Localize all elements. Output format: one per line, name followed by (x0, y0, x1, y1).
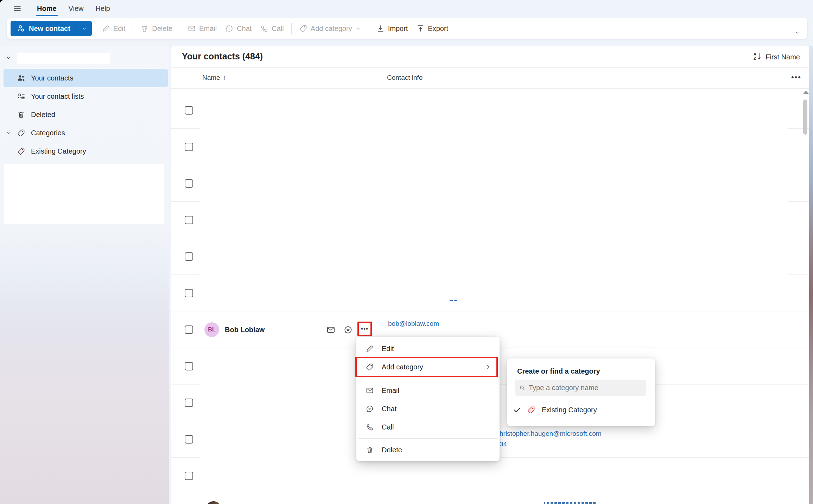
menu-item-label: Edit (382, 345, 394, 353)
people-icon (17, 74, 25, 82)
partial-email-link[interactable]: hristopher.haugen@microsoft.com (500, 430, 602, 438)
sidebar-item-label: Existing Category (31, 147, 86, 155)
category-flyout: Create or find a category Existing Categ… (507, 358, 655, 426)
flyout-title: Create or find a category (517, 367, 600, 375)
edit-button[interactable]: Edit (97, 21, 129, 36)
import-button[interactable]: Import (372, 21, 412, 36)
category-option-label: Existing Category (542, 406, 597, 414)
pencil-icon (366, 344, 374, 353)
sidebar-item-your-contact-lists[interactable]: Your contact lists (4, 87, 168, 105)
redaction-overlay (200, 348, 356, 493)
add-category-button[interactable]: Add category (295, 21, 366, 36)
chat-button[interactable]: Chat (221, 21, 256, 36)
row-checkbox[interactable] (185, 179, 193, 188)
column-options-more-icon[interactable]: ••• (791, 73, 801, 82)
sidebar-item-your-contacts[interactable]: Your contacts (4, 69, 168, 87)
row-checkbox[interactable] (185, 289, 193, 297)
row-checkbox[interactable] (185, 216, 193, 224)
menu-item-label: Email (382, 387, 399, 395)
row-chat-icon[interactable] (343, 324, 354, 335)
edit-button-label: Edit (113, 25, 125, 33)
chat-icon (366, 405, 374, 413)
new-contact-split-button: New contact (11, 21, 92, 36)
email-button[interactable]: Email (183, 21, 221, 36)
partial-phone-link[interactable]: 34 (500, 440, 507, 448)
sidebar-item-label: Your contact lists (31, 92, 84, 101)
call-button[interactable]: Call (256, 21, 288, 36)
new-contact-button[interactable]: New contact (11, 21, 77, 36)
sidebar-nav: Your contacts Your contact lists Deleted (0, 69, 169, 160)
contact-email-link[interactable]: bob@loblaw.com (388, 320, 439, 328)
menu-item-edit[interactable]: Edit (356, 340, 500, 358)
toolbar-overflow-chevron-icon[interactable] (794, 30, 800, 35)
chevron-down-icon[interactable] (6, 130, 12, 136)
toolbar-separator (180, 23, 180, 34)
sidebar-item-categories[interactable]: Categories (4, 124, 168, 142)
sort-button[interactable]: A Z First Name (753, 50, 800, 64)
row-checkbox[interactable] (185, 325, 193, 334)
import-icon (376, 24, 385, 33)
category-search-input[interactable] (529, 384, 642, 392)
envelope-icon (188, 24, 196, 33)
sidebar-item-existing-category[interactable]: Existing Category (4, 142, 168, 160)
toolbar: New contact Edit Delete Email Chat Ca (7, 18, 807, 39)
menu-item-email[interactable]: Email (356, 381, 500, 400)
avatar: BL (204, 322, 219, 337)
scrollbar-up-arrow-icon[interactable] (803, 91, 809, 94)
delete-button-label: Delete (152, 25, 172, 33)
new-contact-dropdown-button[interactable] (77, 21, 92, 36)
sidebar-item-label: Your contacts (31, 74, 73, 82)
call-button-label: Call (272, 25, 284, 33)
menu-item-delete[interactable]: Delete (356, 441, 500, 459)
contact-name[interactable]: Bob Loblaw (225, 311, 265, 348)
scrollbar-thumb[interactable] (803, 99, 807, 135)
svg-text:A: A (754, 52, 756, 56)
trash-icon (140, 24, 149, 33)
menu-item-label: Add category (382, 363, 423, 371)
sort-az-icon: A Z (753, 52, 762, 63)
chevron-down-icon[interactable] (6, 55, 12, 61)
svg-text:Z: Z (754, 56, 756, 60)
tab-help[interactable]: Help (90, 0, 116, 17)
tab-home-label: Home (37, 5, 57, 13)
category-option-existing-category[interactable]: Existing Category (507, 400, 655, 420)
chevron-down-icon (355, 26, 361, 32)
column-header-name[interactable]: Name ↑ (202, 74, 226, 82)
export-button[interactable]: Export (412, 21, 452, 36)
sidebar-item-deleted[interactable]: Deleted (4, 105, 168, 124)
hamburger-menu-icon[interactable] (11, 3, 24, 14)
page-title: Your contacts (484) (182, 51, 263, 62)
tab-home[interactable]: Home (31, 0, 63, 17)
tag-red-icon (17, 147, 25, 155)
checkmark-icon (513, 406, 521, 414)
category-search-box (515, 380, 646, 396)
row-checkbox[interactable] (185, 399, 193, 407)
sidebar-item-label: Deleted (31, 111, 55, 119)
menu-item-call[interactable]: Call (356, 418, 500, 436)
tab-view[interactable]: View (63, 0, 90, 17)
menu-item-chat[interactable]: Chat (356, 400, 500, 418)
redacted-account-name (17, 53, 110, 64)
row-checkbox[interactable] (185, 252, 193, 261)
contacts-panel: Your contacts (484) A Z First Name Name … (171, 46, 809, 504)
toolbar-separator (291, 23, 292, 34)
sort-ascending-arrow-icon: ↑ (223, 74, 226, 82)
row-checkbox[interactable] (185, 472, 193, 480)
menu-divider (358, 438, 497, 439)
chat-button-label: Chat (237, 25, 252, 33)
ribbon-tabs: Home View Help (31, 0, 116, 17)
toolbar-separator (133, 23, 133, 34)
row-checkbox[interactable] (185, 106, 193, 115)
menu-bar: Home View Help (0, 0, 813, 17)
row-more-options-icon[interactable]: ••• (361, 325, 368, 332)
tag-icon (17, 129, 25, 137)
contact-list-icon (17, 92, 25, 101)
row-email-icon[interactable] (326, 324, 337, 335)
row-checkbox[interactable] (185, 362, 193, 370)
chevron-down-icon (81, 26, 87, 32)
menu-item-label: Call (382, 423, 394, 431)
row-checkbox[interactable] (185, 435, 193, 444)
delete-button[interactable]: Delete (136, 21, 177, 36)
menu-item-add-category[interactable]: Add category (356, 358, 500, 376)
row-checkbox[interactable] (185, 143, 193, 151)
